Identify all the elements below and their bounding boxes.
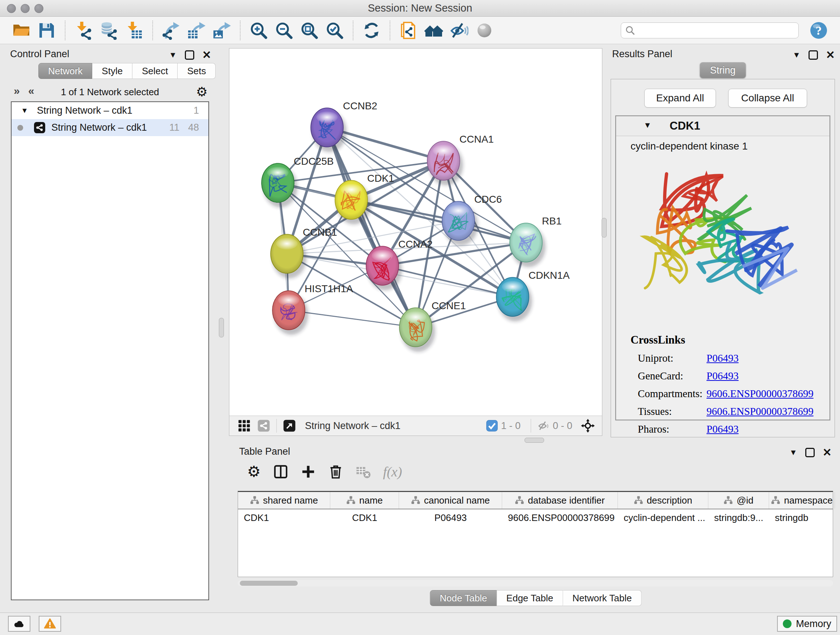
tab-select[interactable]: Select [133, 63, 178, 79]
node-CDC6[interactable] [442, 201, 478, 245]
network-options-gear-icon[interactable]: ⚙ [196, 85, 208, 99]
expand-all-button[interactable]: Expand All [644, 89, 716, 108]
gene-collapse-icon[interactable]: ▼ [644, 120, 652, 130]
zoom-in-icon[interactable] [248, 20, 269, 41]
network-canvas[interactable]: CCNB2CCNA1CDC25BCDK1CDC6RB1CCNB1CCNA2CDK… [229, 49, 602, 416]
tab-edge-table[interactable]: Edge Table [497, 590, 563, 606]
tab-network-table[interactable]: Network Table [563, 590, 641, 606]
node-CCNB2[interactable] [311, 108, 347, 152]
grid-view-icon[interactable] [238, 420, 250, 432]
zoom-fit-icon[interactable] [299, 20, 320, 41]
import-network-file-icon[interactable] [73, 20, 94, 41]
zoom-selected-icon[interactable] [324, 20, 345, 41]
shared-column-icon [346, 496, 355, 505]
panel-menu-icon[interactable]: ▼ [789, 446, 797, 459]
zoom-out-icon[interactable] [273, 20, 294, 41]
table-options-gear-icon[interactable]: ⚙ [247, 464, 261, 479]
panel-close-icon[interactable]: ✕ [202, 49, 211, 62]
node-CCNE1[interactable] [399, 308, 435, 352]
crosslink-row: Uniprot:P06493 [630, 352, 819, 364]
table-row[interactable]: CDK1CDK1P064939606.ENSP00000378699cyclin… [238, 509, 833, 526]
warnings-button[interactable] [39, 616, 61, 632]
network-view[interactable]: CCNB2CCNA1CDC25BCDK1CDC6RB1CCNB1CCNA2CDK… [229, 48, 602, 436]
export-image-icon[interactable] [211, 20, 232, 41]
help-icon[interactable]: ? [808, 20, 829, 41]
refresh-layout-icon[interactable] [361, 20, 382, 41]
crosslink-genecard-[interactable]: P06493 [706, 370, 739, 382]
column-header-namespace[interactable]: namespace [769, 492, 835, 509]
open-session-icon[interactable] [11, 20, 32, 41]
panel-float-icon[interactable] [805, 448, 815, 457]
save-session-icon[interactable] [36, 20, 57, 41]
network-collection-row[interactable]: ▼ String Network – cdk1 1 [11, 102, 208, 119]
column-label: namespace [784, 495, 832, 506]
selected-checkbox-icon[interactable] [486, 420, 498, 432]
tab-node-table[interactable]: Node Table [430, 590, 497, 606]
network-row-selected[interactable]: String Network – cdk1 11 48 [11, 119, 208, 136]
import-network-database-icon[interactable] [98, 20, 119, 41]
tab-string[interactable]: String [700, 62, 746, 78]
column-header--id[interactable]: @id [708, 492, 769, 509]
crosslink-uniprot-[interactable]: P06493 [706, 352, 739, 364]
node-RB1[interactable] [510, 223, 546, 267]
table-horizontal-scrollbar[interactable] [238, 580, 833, 586]
cell-name[interactable]: CDK1 [330, 509, 399, 526]
edge-CCNA2-CDKN1A[interactable] [382, 266, 513, 297]
column-header-canonical-name[interactable]: canonical name [399, 492, 502, 509]
import-table-file-icon[interactable] [124, 20, 145, 41]
bottom-splitter-handle[interactable] [524, 438, 544, 443]
node-HIST1H1A[interactable] [272, 291, 308, 335]
cell-shared-name[interactable]: CDK1 [238, 509, 330, 526]
open-string-document-icon[interactable] [398, 20, 419, 41]
panel-close-icon[interactable]: ✕ [823, 446, 832, 459]
network-thumbnail-icon[interactable] [257, 420, 270, 432]
network-status-dot [17, 125, 23, 131]
open-view-in-window-icon[interactable] [283, 420, 295, 432]
left-splitter-handle[interactable] [219, 318, 224, 337]
collapse-all-button[interactable]: Collapse All [728, 89, 807, 108]
add-column-icon[interactable] [301, 464, 316, 479]
birdseye-navigator-icon[interactable] [581, 419, 595, 432]
hidden-eye-icon[interactable] [538, 420, 550, 432]
column-header-shared-name[interactable]: shared name [238, 492, 330, 509]
cloud-status-button[interactable] [8, 616, 30, 632]
tab-sets[interactable]: Sets [178, 63, 216, 79]
right-splitter-handle[interactable] [602, 218, 607, 238]
show-panel-eye-icon-disabled[interactable] [474, 20, 495, 41]
panel-close-icon[interactable]: ✕ [826, 49, 835, 62]
column-label: shared name [263, 495, 318, 506]
collection-label: String Network – cdk1 [37, 102, 133, 119]
gene-header-row[interactable]: ▼ CDK1 [616, 116, 829, 136]
network-home-icon[interactable] [423, 20, 444, 41]
collection-expand-icon[interactable]: ▼ [21, 102, 28, 119]
node-CCNA2[interactable] [366, 246, 402, 290]
column-header-name[interactable]: name [330, 492, 399, 509]
cell-description[interactable]: cyclin-dependent ... [618, 509, 708, 526]
cell-canonical-name[interactable]: P06493 [399, 509, 502, 526]
scrollbar-thumb[interactable] [240, 581, 298, 586]
panel-menu-icon[interactable]: ▼ [793, 49, 801, 62]
panel-float-icon[interactable] [808, 50, 818, 60]
edge-CCNB2-CCNE1[interactable] [327, 127, 416, 327]
delete-column-icon[interactable] [328, 464, 343, 479]
memory-button[interactable]: Memory [777, 616, 837, 632]
show-columns-icon[interactable] [273, 464, 288, 479]
panel-float-icon[interactable] [185, 50, 194, 60]
cell-namespace[interactable]: stringdb [769, 509, 835, 526]
tab-network[interactable]: Network [38, 63, 92, 79]
panel-menu-icon[interactable]: ▼ [169, 49, 177, 62]
tab-style[interactable]: Style [92, 63, 133, 79]
search-input[interactable] [638, 24, 795, 36]
export-network-icon[interactable] [161, 20, 182, 41]
column-header-description[interactable]: description [618, 492, 708, 509]
export-table-icon[interactable] [186, 20, 207, 41]
crosslink-compartments-[interactable]: 9606.ENSP00000378699 [706, 388, 813, 400]
cell-database-identifier[interactable]: 9606.ENSP00000378699 [502, 509, 618, 526]
node-CDKN1A[interactable] [496, 277, 532, 321]
crosslink-pharos-[interactable]: P06493 [706, 423, 739, 435]
crosslink-tissues-[interactable]: 9606.ENSP00000378699 [706, 405, 813, 417]
column-header-database-identifier[interactable]: database identifier [502, 492, 618, 509]
hide-panel-eye-icon[interactable] [448, 20, 470, 41]
node-CDC25B[interactable] [262, 163, 297, 207]
cell--id[interactable]: stringdb:9... [708, 509, 769, 526]
